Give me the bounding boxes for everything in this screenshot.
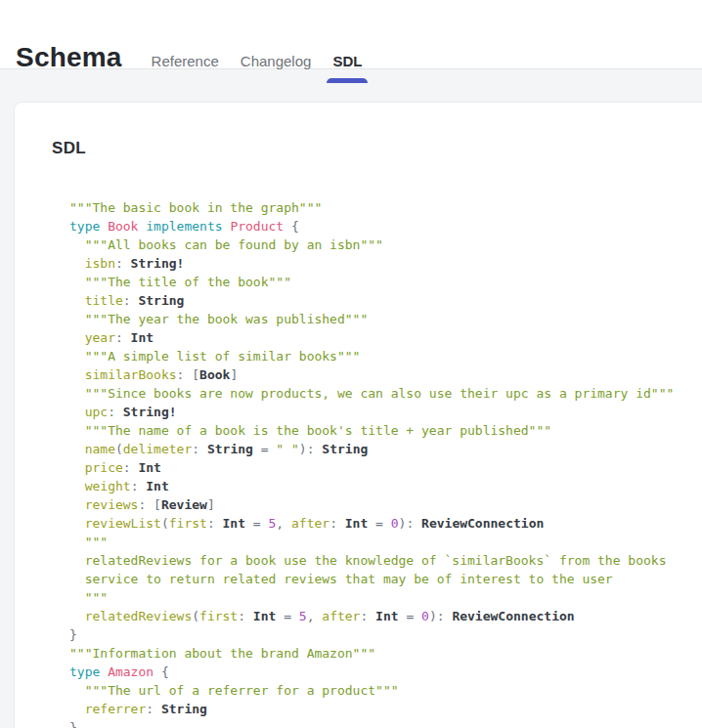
code-line: """The year the book was published""" xyxy=(69,310,702,328)
code-line: name(delimeter: String = " "): String xyxy=(69,440,702,458)
code-line: isbn: String! xyxy=(69,254,702,273)
code-line: """The basic book in the graph""" xyxy=(69,198,702,217)
code-line: type Amazon { xyxy=(69,663,702,681)
code-line: title: String xyxy=(69,291,702,310)
code-line: price: Int xyxy=(69,458,702,477)
active-tab-underline xyxy=(327,78,368,83)
tab-sdl-label: SDL xyxy=(332,53,362,69)
tab-sdl[interactable]: SDL xyxy=(332,53,362,70)
schema-page-header: Schema Reference Changelog SDL xyxy=(0,0,702,69)
sdl-code: """The basic book in the graph"""type Bo… xyxy=(69,198,702,728)
tab-changelog[interactable]: Changelog xyxy=(241,53,312,70)
code-line: type Book implements Product { xyxy=(69,217,702,236)
code-line: reviews: [Review] xyxy=(69,495,702,514)
code-line: """Since books are now products, we can … xyxy=(69,384,702,403)
code-line: similarBooks: [Book] xyxy=(69,365,702,384)
code-line: """ xyxy=(69,588,702,607)
code-line: upc: String! xyxy=(69,403,702,421)
tab-changelog-label: Changelog xyxy=(241,53,312,69)
page-main: SDL """The basic book in the graph"""typ… xyxy=(0,69,702,728)
code-line: """All books can be found by an isbn""" xyxy=(69,236,702,254)
code-line: """The url of a referrer for a product""… xyxy=(69,681,702,700)
code-line: relatedReviews for a book use the knowle… xyxy=(69,551,702,570)
code-line: """A simple list of similar books""" xyxy=(69,347,702,365)
tab-reference-label: Reference xyxy=(152,53,219,69)
code-line: """ xyxy=(69,533,702,551)
sdl-card-heading: SDL xyxy=(52,139,702,158)
page-title: Schema xyxy=(16,43,122,72)
schema-tabs: Reference Changelog SDL xyxy=(152,53,363,70)
code-line: relatedReviews(first: Int = 5, after: In… xyxy=(69,607,702,625)
code-line: """The name of a book is the book's titl… xyxy=(69,421,702,440)
code-line: } xyxy=(69,718,702,728)
code-line: } xyxy=(69,625,702,644)
code-line: """Information about the brand Amazon""" xyxy=(69,644,702,663)
code-line: weight: Int xyxy=(69,477,702,495)
code-line: reviewList(first: Int = 5, after: Int = … xyxy=(69,514,702,533)
tab-reference[interactable]: Reference xyxy=(152,53,219,70)
code-line: referrer: String xyxy=(69,700,702,718)
sdl-card: SDL """The basic book in the graph"""typ… xyxy=(14,102,702,728)
code-line: """The title of the book""" xyxy=(69,273,702,291)
code-line: service to return related reviews that m… xyxy=(69,570,702,588)
code-line: year: Int xyxy=(69,328,702,347)
